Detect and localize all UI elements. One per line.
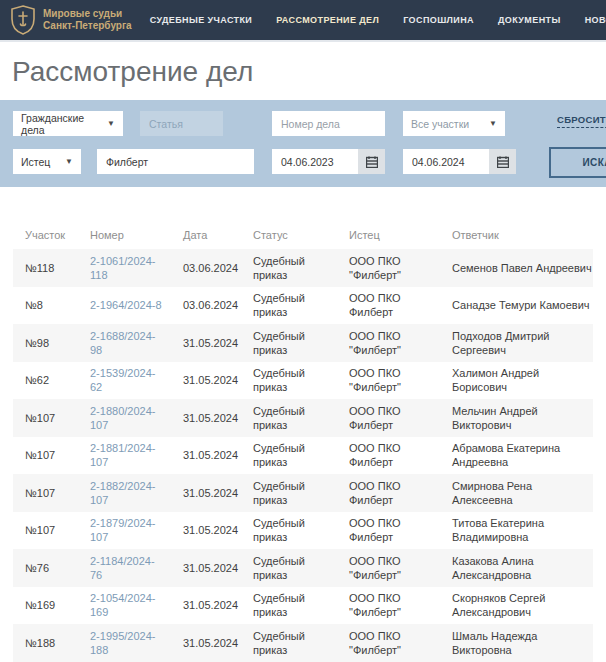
- case-number-link[interactable]: 2-1879/2024-107: [90, 516, 166, 544]
- cell-defendant-text: Шмаль Надежда Викторовна: [452, 629, 593, 657]
- cell-date-text: 31.05.2024: [183, 524, 238, 536]
- nav-item-state-duty[interactable]: ГОСПОШЛИНА: [403, 15, 474, 25]
- cell-defendant-text: Казакова Алина Александровна: [452, 554, 593, 582]
- cell-precinct: №107: [13, 486, 90, 500]
- cell-precinct: №107: [13, 411, 90, 425]
- cell-status-text: Судебный приказ: [253, 629, 313, 657]
- cell-status-text: Судебный приказ: [253, 254, 313, 282]
- party-role-select[interactable]: Истец ▼: [13, 149, 81, 174]
- nav-item-case-review[interactable]: РАССМОТРЕНИЕ ДЕЛ: [276, 15, 379, 25]
- nav-item-news[interactable]: НОВОСТИ: [585, 15, 606, 25]
- cell-defendant: Подходов Дмитрий Сергеевич: [452, 329, 593, 357]
- search-button[interactable]: ИСКАТЬ: [549, 147, 606, 178]
- cell-plaintiff-text: ООО ПКО "Филберт": [349, 366, 423, 394]
- case-number-link[interactable]: 2-1995/2024-188: [90, 629, 166, 657]
- date-from-input[interactable]: [272, 149, 358, 174]
- cell-defendant: Семенов Павел Андреевич: [452, 261, 593, 275]
- cell-number: 2-1881/2024-107: [90, 441, 183, 469]
- case-number-link[interactable]: 2-1880/2024-107: [90, 404, 166, 432]
- cell-precinct-text: №8: [25, 299, 43, 311]
- table-row: №1692-1054/2024-16931.05.2024Судебный пр…: [13, 587, 593, 625]
- case-number-link[interactable]: 2-1882/2024-107: [90, 479, 166, 507]
- cell-precinct: №118: [13, 261, 90, 275]
- case-type-value: Гражданские дела: [21, 112, 101, 136]
- case-number-link[interactable]: 2-1881/2024-107: [90, 441, 166, 469]
- site-logo[interactable]: Мировые судьи Санкт-Петербурга: [10, 5, 132, 35]
- cell-date: 31.05.2024: [183, 636, 253, 650]
- table-row: №82-1964/2024-803.06.2024Судебный приказ…: [13, 287, 593, 325]
- cell-defendant: Халимон Андрей Борисович: [452, 366, 593, 394]
- case-number-link[interactable]: 2-1061/2024-118: [90, 254, 166, 282]
- column-header-status: Статус: [253, 229, 349, 241]
- cell-status-text: Судебный приказ: [253, 554, 313, 582]
- cell-plaintiff: ООО ПКО "Филберт": [349, 554, 452, 582]
- case-type-select[interactable]: Гражданские дела ▼: [13, 111, 123, 136]
- cell-plaintiff-text: ООО ПКО "Филберт": [349, 329, 423, 357]
- cases-table: Участок Номер Дата Статус Истец Ответчик…: [13, 221, 593, 662]
- filter-panel: Гражданские дела ▼ Все участки ▼ СБРОСИТ…: [0, 100, 606, 187]
- cell-plaintiff: ООО ПКО "Филберт": [349, 254, 452, 282]
- cell-defendant: Титова Екатерина Владимировна: [452, 516, 593, 544]
- chevron-down-icon: ▼: [65, 157, 73, 166]
- case-number-input[interactable]: [272, 111, 385, 136]
- cell-date-text: 31.05.2024: [183, 487, 238, 499]
- precinct-value: Все участки: [411, 118, 469, 130]
- case-number-link[interactable]: 2-1964/2024-8: [90, 298, 162, 312]
- chevron-down-icon: ▼: [489, 119, 497, 128]
- cell-precinct: №8: [13, 298, 90, 312]
- case-number-link[interactable]: 2-1688/2024-98: [90, 329, 166, 357]
- date-to-field: [403, 149, 516, 174]
- page-title: Рассмотрение дел: [12, 56, 606, 88]
- chevron-down-icon: ▼: [107, 119, 115, 128]
- precinct-select[interactable]: Все участки ▼: [403, 111, 505, 136]
- table-row: №982-1688/2024-9831.05.2024Судебный прик…: [13, 324, 593, 362]
- cell-precinct-text: №76: [25, 562, 49, 574]
- table-row: №1072-1880/2024-10731.05.2024Судебный пр…: [13, 399, 593, 437]
- case-number-link[interactable]: 2-1539/2024-62: [90, 366, 166, 394]
- case-number-link[interactable]: 2-1184/2024-76: [90, 554, 166, 582]
- cell-plaintiff: ООО ПКО Филберт: [349, 516, 452, 544]
- cell-date-text: 31.05.2024: [183, 449, 238, 461]
- cell-status-text: Судебный приказ: [253, 591, 313, 619]
- cell-defendant: Шмаль Надежда Викторовна: [452, 629, 593, 657]
- date-to-input[interactable]: [403, 149, 489, 174]
- cell-date: 31.05.2024: [183, 486, 253, 500]
- cell-defendant: Смирнова Рена Алексеевна: [452, 479, 593, 507]
- party-name-input[interactable]: [97, 149, 254, 174]
- cell-status-text: Судебный приказ: [253, 479, 313, 507]
- calendar-icon[interactable]: [358, 149, 385, 174]
- cell-status: Судебный приказ: [253, 516, 349, 544]
- nav-item-documents[interactable]: ДОКУМЕНТЫ: [498, 15, 561, 25]
- table-row: №1072-1881/2024-10731.05.2024Судебный пр…: [13, 437, 593, 475]
- table-row: №1072-1882/2024-10731.05.2024Судебный пр…: [13, 474, 593, 512]
- cell-plaintiff-text: ООО ПКО Филберт: [349, 479, 423, 507]
- shield-icon: [10, 5, 36, 35]
- cell-date-text: 03.06.2024: [183, 299, 238, 311]
- cell-precinct-text: №118: [25, 262, 54, 274]
- cell-defendant-text: Скорняков Сергей Александрович: [452, 591, 593, 619]
- cell-defendant-text: Абрамова Екатерина Андреевна: [452, 441, 593, 469]
- case-number-link[interactable]: 2-1054/2024-169: [90, 591, 166, 619]
- cell-precinct-text: №169: [25, 599, 55, 611]
- cell-date: 03.06.2024: [183, 261, 253, 275]
- cell-status: Судебный приказ: [253, 629, 349, 657]
- column-header-defendant: Ответчик: [452, 229, 593, 241]
- cell-date-text: 31.05.2024: [183, 374, 238, 386]
- cell-defendant: Мельчин Андрей Викторович: [452, 404, 593, 432]
- cell-plaintiff: ООО ПКО "Филберт": [349, 366, 452, 394]
- column-header-precinct: Участок: [13, 229, 90, 241]
- cell-status-text: Судебный приказ: [253, 329, 313, 357]
- table-header-row: Участок Номер Дата Статус Истец Ответчик: [13, 221, 593, 249]
- cell-status-text: Судебный приказ: [253, 441, 313, 469]
- cell-date: 31.05.2024: [183, 336, 253, 350]
- cell-defendant-text: Халимон Андрей Борисович: [452, 366, 593, 394]
- nav-item-court-precincts[interactable]: СУДЕБНЫЕ УЧАСТКИ: [150, 15, 253, 25]
- cell-number: 2-1054/2024-169: [90, 591, 183, 619]
- cell-status-text: Судебный приказ: [253, 404, 313, 432]
- reset-filters-link[interactable]: СБРОСИТЬ: [557, 114, 606, 128]
- cell-precinct-text: №107: [25, 524, 55, 536]
- calendar-icon[interactable]: [489, 149, 516, 174]
- cell-number: 2-1184/2024-76: [90, 554, 183, 582]
- cell-defendant: Абрамова Екатерина Андреевна: [452, 441, 593, 469]
- cell-defendant: Казакова Алина Александровна: [452, 554, 593, 582]
